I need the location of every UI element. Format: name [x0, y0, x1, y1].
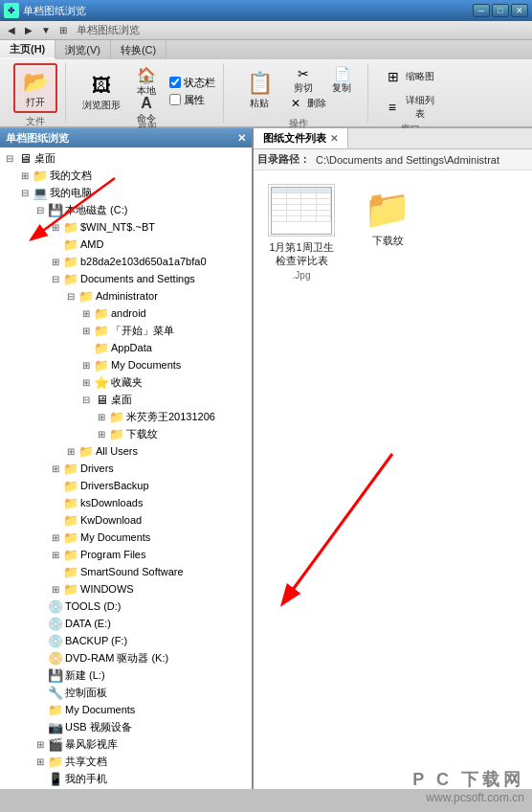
tree-expander[interactable] — [33, 633, 48, 648]
tree-expander[interactable]: ⊞ — [48, 581, 63, 597]
tree-expander[interactable]: ⊟ — [2, 150, 17, 166]
tab-home[interactable]: 主页(H) — [0, 40, 55, 59]
tree-item[interactable]: ⊞📁$WIN_NT$.~BT — [0, 218, 252, 236]
tree-expander[interactable]: ⊞ — [94, 426, 109, 441]
command-button[interactable]: A 命令 — [127, 92, 166, 119]
statusbar-checkbox[interactable] — [169, 77, 181, 88]
minimize-button[interactable]: ─ — [473, 4, 490, 17]
dropdown-button[interactable]: ▼ — [38, 23, 54, 38]
local-button[interactable]: 🏠 本地 — [127, 63, 166, 90]
tree-item[interactable]: ⊞📁「开始」菜单 — [0, 322, 252, 339]
copy-button[interactable]: 📄 复制 — [323, 63, 360, 90]
tree-item[interactable]: 📁My Documents — [0, 701, 252, 718]
tree-item[interactable]: 📀DVD-RAM 驱动器 (K:) — [0, 649, 252, 666]
file-item[interactable]: 1月第1周卫生检查评比表.Jpg — [263, 180, 340, 285]
tree-expander[interactable]: ⊞ — [48, 254, 63, 269]
tree-item[interactable]: 💿BACKUP (F:) — [0, 632, 252, 649]
tree-expander[interactable] — [33, 719, 48, 734]
tree-expander[interactable] — [78, 340, 94, 355]
tree-expander[interactable] — [33, 598, 48, 614]
tree-item[interactable]: ⊞📁My Documents — [0, 529, 252, 546]
tree-item[interactable]: ⊞📁Drivers — [0, 460, 252, 477]
tree-expander[interactable]: ⊞ — [94, 409, 109, 424]
tree-expander[interactable]: ⊞ — [17, 168, 33, 183]
tree-item[interactable]: 💿TOOLS (D:) — [0, 598, 252, 615]
tree-item[interactable]: 📁AppData — [0, 339, 252, 356]
tree-expander[interactable]: ⊞ — [48, 530, 63, 545]
back-button[interactable]: ◀ — [4, 23, 19, 38]
tree-item[interactable]: ⊟🖥桌面 — [0, 149, 252, 167]
paste-button[interactable]: 📋 粘贴 — [237, 64, 281, 114]
tree-expander[interactable]: ⊞ — [78, 357, 94, 372]
tree-item[interactable]: ⊞📁米芡蒡王20131206 — [0, 408, 252, 425]
tree-expander[interactable]: ⊟ — [78, 392, 94, 407]
tree-expander[interactable]: ⊞ — [48, 547, 63, 562]
tree-expander[interactable]: ⊟ — [33, 202, 48, 217]
tree-expander[interactable] — [48, 564, 63, 579]
tree-item[interactable]: 📁DriversBackup — [0, 477, 252, 494]
tree-item[interactable]: ⊟📁Documents and Settings — [0, 270, 252, 287]
tree-expander[interactable]: ⊞ — [33, 736, 48, 752]
tree-item[interactable]: ⊞📁My Documents — [0, 356, 252, 373]
close-button[interactable]: ✕ — [511, 4, 528, 17]
tree-expander[interactable] — [33, 771, 48, 786]
tree-item[interactable]: 💾新建 (L:) — [0, 666, 252, 684]
tree-item[interactable]: ⊞🎬暴风影视库 — [0, 735, 252, 753]
tree-expander[interactable] — [48, 495, 63, 510]
tree-expander[interactable] — [48, 478, 63, 493]
customize-button[interactable]: ⊞ — [55, 23, 71, 38]
detail-list-button[interactable]: ≡ 详细列表 — [382, 94, 439, 121]
tree-expander[interactable] — [33, 685, 48, 700]
properties-checkbox[interactable] — [169, 94, 181, 105]
tree-item[interactable]: 📁KwDownload — [0, 511, 252, 529]
tree-item[interactable]: 🔧控制面板 — [0, 684, 252, 701]
tree-item[interactable]: ⊞📁共享文档 — [0, 753, 252, 770]
tree-item[interactable]: ⊞📁Program Files — [0, 546, 252, 563]
tree-item[interactable]: 📱我的手机 — [0, 770, 252, 787]
delete-button[interactable]: ✕ 删除 — [285, 92, 360, 115]
tree-item[interactable]: ⊟💾本地磁盘 (C:) — [0, 201, 252, 218]
tree-expander[interactable]: ⊟ — [48, 271, 63, 286]
tree-item[interactable]: 📁AMD — [0, 236, 252, 253]
tree-item[interactable]: ⊞📁下载纹 — [0, 425, 252, 442]
tree-expander[interactable]: ⊞ — [78, 323, 94, 338]
tree-item[interactable]: 📷USB 视频设备 — [0, 718, 252, 735]
open-button[interactable]: 📂 打开 — [13, 63, 57, 113]
tree-item[interactable]: ⊞📁android — [0, 304, 252, 322]
tree-expander[interactable]: ⊞ — [78, 374, 94, 390]
tree-item[interactable]: ⊞⭐收藏夹 — [0, 373, 252, 391]
properties-check[interactable]: 属性 — [169, 93, 215, 107]
tree-item[interactable]: ⊞📁b28da2e103d650a1a7bfa0 — [0, 253, 252, 270]
cut-button[interactable]: ✂ 剪切 — [285, 63, 321, 90]
tree-item[interactable]: ⊟📁Administrator — [0, 287, 252, 304]
tree-expander[interactable] — [48, 512, 63, 528]
tree-expander[interactable] — [33, 616, 48, 631]
browse-shape-button[interactable]: 🖼 浏览图形 — [79, 66, 123, 116]
tree-item[interactable]: 📁SmartSound Software — [0, 563, 252, 580]
tree-item[interactable]: ⊟🖥桌面 — [0, 391, 252, 408]
tree-expander[interactable]: ⊞ — [63, 443, 78, 459]
tree-item[interactable]: 💿DATA (E:) — [0, 615, 252, 632]
tree-item[interactable]: ⊞📁WINDOWS — [0, 580, 252, 598]
tab-browse[interactable]: 浏览(V) — [55, 40, 111, 59]
tree-expander[interactable] — [33, 667, 48, 683]
tree-expander[interactable]: ⊟ — [17, 185, 33, 200]
file-tab-close[interactable]: ✕ — [330, 133, 338, 144]
file-tab-main[interactable]: 图纸文件列表 ✕ — [254, 128, 348, 148]
statusbar-check[interactable]: 状态栏 — [169, 76, 215, 90]
tree-panel-close-button[interactable]: ✕ — [237, 132, 246, 145]
tree-expander[interactable]: ⊞ — [48, 461, 63, 476]
forward-button[interactable]: ▶ — [21, 23, 36, 38]
tree-expander[interactable]: ⊞ — [78, 305, 94, 321]
thumbnail-button[interactable]: ⊞ 缩略图 — [382, 63, 439, 90]
tree-expander[interactable]: ⊞ — [33, 754, 48, 769]
tree-expander[interactable] — [48, 237, 63, 252]
maximize-button[interactable]: □ — [492, 4, 509, 17]
tree-expander[interactable] — [33, 702, 48, 717]
tree-expander[interactable]: ⊞ — [48, 219, 63, 235]
tree-item[interactable]: ⊟💻我的电脑 — [0, 184, 252, 201]
tree-item[interactable]: ⊞📁我的文档 — [0, 167, 252, 184]
tree-item[interactable]: ⊞📁All Users — [0, 442, 252, 460]
tree-expander[interactable] — [33, 650, 48, 665]
tab-convert[interactable]: 转换(C) — [111, 40, 166, 59]
